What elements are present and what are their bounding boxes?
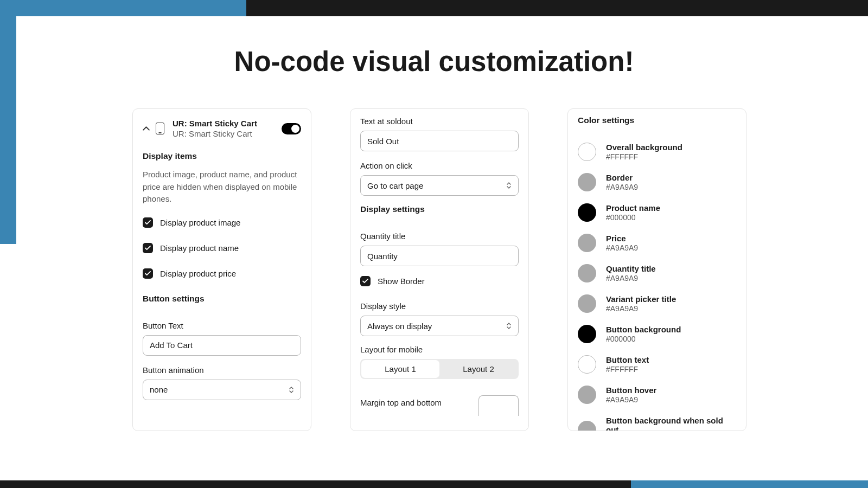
check-icon	[143, 217, 153, 228]
color-label: Button hover	[606, 386, 656, 395]
color-swatch	[578, 143, 596, 161]
checkbox-label: Display product price	[160, 269, 236, 278]
quantity-title-label: Quantity title	[360, 232, 519, 241]
select-value: Always on display	[367, 322, 432, 331]
color-swatch	[578, 421, 596, 432]
check-icon	[360, 276, 371, 286]
color-info: Overall background#FFFFFF	[606, 143, 682, 161]
color-hex: #A9A9A9	[606, 243, 638, 252]
select-value: none	[150, 385, 168, 394]
checkbox-product-price[interactable]: Display product price	[143, 268, 301, 279]
button-text-label: Button Text	[143, 321, 301, 330]
color-label: Overall background	[606, 143, 682, 152]
color-info: Border#A9A9A9	[606, 173, 638, 191]
color-label: Button text	[606, 355, 649, 364]
section-display-items: Display items	[143, 151, 301, 161]
checkbox-label: Show Border	[378, 277, 425, 286]
color-hex: #000000	[606, 335, 681, 343]
soldout-text-label: Text at soldout	[360, 117, 519, 126]
section-button-settings: Button settings	[143, 294, 301, 304]
color-row[interactable]: Price#A9A9A9	[578, 234, 736, 252]
color-swatch	[578, 294, 596, 313]
button-animation-label: Button animation	[143, 365, 301, 375]
checkbox-label: Display product name	[160, 243, 239, 253]
checkbox-show-border[interactable]: Show Border	[360, 276, 519, 286]
color-row[interactable]: Button text#FFFFFF	[578, 355, 736, 374]
check-icon	[143, 268, 153, 279]
soldout-text-input[interactable]	[360, 131, 519, 151]
color-swatch	[578, 264, 596, 282]
color-label: Button background when sold out	[606, 416, 736, 431]
color-swatch	[578, 173, 596, 191]
color-info: Button background#000000	[606, 325, 681, 343]
mobile-icon	[156, 123, 164, 134]
app-enable-toggle[interactable]	[282, 123, 301, 134]
color-info: Button text#FFFFFF	[606, 355, 649, 374]
panel-display-items: UR: Smart Sticky Cart UR: Smart Sticky C…	[132, 108, 311, 431]
color-info: Button hover#A9A9A9	[606, 386, 656, 404]
app-subtitle: UR: Smart Sticky Cart	[173, 129, 276, 138]
button-text-input[interactable]	[143, 335, 301, 356]
panel-color-settings: Color settings Overall background#FFFFFF…	[567, 108, 746, 431]
color-swatch	[578, 386, 596, 404]
color-info: Price#A9A9A9	[606, 234, 638, 252]
color-label: Border	[606, 173, 638, 182]
color-row[interactable]: Button hover#A9A9A9	[578, 386, 736, 404]
color-hex: #A9A9A9	[606, 183, 638, 191]
margin-row: Margin top and bottom	[360, 389, 519, 416]
app-header: UR: Smart Sticky Cart UR: Smart Sticky C…	[143, 119, 301, 138]
color-hex: #000000	[606, 213, 660, 222]
color-hex: #FFFFFF	[606, 365, 649, 374]
bg-accent-bottom-left	[0, 480, 631, 488]
check-icon	[143, 243, 153, 253]
display-style-label: Display style	[360, 301, 519, 311]
color-info: Variant picker title#A9A9A9	[606, 294, 676, 313]
chevron-up-icon[interactable]	[143, 125, 150, 132]
action-on-click-select[interactable]: Go to cart page	[360, 175, 519, 196]
color-row[interactable]: Variant picker title#A9A9A9	[578, 294, 736, 313]
color-swatch	[578, 234, 596, 252]
app-titles: UR: Smart Sticky Cart UR: Smart Sticky C…	[173, 119, 276, 138]
color-label: Button background	[606, 325, 681, 334]
action-on-click-label: Action on click	[360, 161, 519, 170]
updown-icon	[506, 182, 512, 189]
checkbox-product-name[interactable]: Display product name	[143, 243, 301, 253]
display-style-select[interactable]: Always on display	[360, 316, 519, 336]
color-hex: #A9A9A9	[606, 395, 656, 404]
updown-icon	[289, 386, 294, 394]
quantity-title-input[interactable]	[360, 246, 519, 266]
color-hex: #A9A9A9	[606, 304, 676, 313]
color-row[interactable]: Button background when sold out#A9A9A9	[578, 416, 736, 431]
updown-icon	[506, 322, 512, 330]
color-row[interactable]: Quantity title#A9A9A9	[578, 264, 736, 282]
layout-segmented-control: Layout 1 Layout 2	[360, 359, 519, 379]
color-row[interactable]: Overall background#FFFFFF	[578, 143, 736, 161]
button-animation-select[interactable]: none	[143, 380, 301, 400]
color-info: Product name#000000	[606, 203, 660, 222]
color-list: Overall background#FFFFFFBorder#A9A9A9Pr…	[578, 143, 736, 431]
margin-input[interactable]	[478, 395, 519, 416]
color-row[interactable]: Border#A9A9A9	[578, 173, 736, 191]
color-label: Price	[606, 234, 638, 243]
color-row[interactable]: Product name#000000	[578, 203, 736, 222]
canvas: No-code visual customization! UR: Smart …	[16, 16, 852, 480]
page-title: No-code visual customization!	[16, 46, 852, 78]
layout-mobile-label: Layout for mobile	[360, 345, 519, 354]
layout-2-button[interactable]: Layout 2	[439, 360, 518, 378]
bg-accent-bottom-right	[631, 480, 868, 488]
panels-row: UR: Smart Sticky Cart UR: Smart Sticky C…	[132, 108, 746, 431]
color-info: Button background when sold out#A9A9A9	[606, 416, 736, 431]
section-display-settings: Display settings	[360, 204, 519, 214]
section-color-settings: Color settings	[578, 115, 736, 125]
color-hex: #FFFFFF	[606, 152, 682, 161]
display-items-desc: Product image, product name, and product…	[143, 169, 301, 206]
color-row[interactable]: Button background#000000	[578, 325, 736, 343]
bg-accent-top-right	[246, 0, 868, 16]
color-label: Quantity title	[606, 264, 656, 273]
color-swatch	[578, 325, 596, 343]
color-hex: #A9A9A9	[606, 274, 656, 282]
app-title: UR: Smart Sticky Cart	[173, 119, 276, 128]
margin-label: Margin top and bottom	[360, 398, 442, 407]
layout-1-button[interactable]: Layout 1	[361, 360, 439, 378]
checkbox-product-image[interactable]: Display product image	[143, 217, 301, 228]
